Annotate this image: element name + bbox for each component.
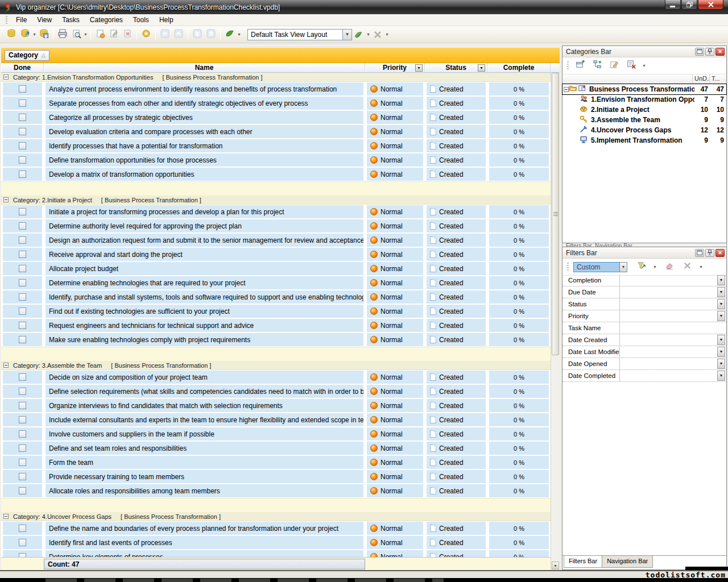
task-priority-cell[interactable]: Normal [367, 413, 423, 426]
collapse-icon[interactable] [3, 197, 9, 202]
task-done-cell[interactable] [3, 234, 42, 247]
task-complete-cell[interactable]: 0 % [489, 427, 549, 440]
category-group-row[interactable]: Category: 4.Uncover Process Gaps[ Busine… [1, 512, 551, 521]
task-complete-cell[interactable]: 0 % [489, 385, 549, 398]
task-name-cell[interactable]: Receive approval and start doing the pro… [46, 248, 363, 261]
categories-restore-icon[interactable] [695, 48, 704, 56]
task-checkbox[interactable] [19, 279, 26, 286]
task-complete-cell[interactable]: 0 % [489, 399, 549, 412]
task-priority-cell[interactable]: Normal [367, 248, 423, 261]
new-task-button[interactable] [93, 28, 107, 41]
task-done-cell[interactable] [3, 522, 42, 535]
scrollbar-down-arrow[interactable]: ▼ [552, 562, 559, 569]
save-database-button[interactable] [37, 28, 51, 41]
task-done-cell[interactable] [3, 333, 42, 346]
task-complete-cell[interactable]: 0 % [489, 82, 549, 95]
task-status-cell[interactable]: Created [427, 484, 486, 497]
close-button[interactable] [698, 0, 723, 10]
task-priority-cell[interactable]: Normal [367, 399, 423, 412]
task-status-cell[interactable]: Created [427, 550, 486, 557]
tree-item[interactable]: 2.Initiate a Project1010 [562, 105, 726, 115]
task-row[interactable]: Determine key elements of processesNorma… [1, 550, 551, 557]
apply-filter-button[interactable] [634, 260, 648, 274]
task-done-cell[interactable] [3, 536, 42, 549]
filter-field-dropdown-icon[interactable]: ▼ [717, 359, 725, 369]
task-complete-cell[interactable]: 0 % [489, 522, 549, 535]
filter-field-value[interactable] [619, 310, 717, 322]
task-row[interactable]: Allocate project budgetNormalCreated0 % [1, 261, 551, 276]
task-priority-cell[interactable]: Normal [367, 219, 423, 232]
print-preview-button[interactable] [69, 28, 83, 41]
restore-button[interactable] [681, 0, 697, 10]
task-priority-cell[interactable]: Normal [367, 427, 423, 440]
task-checkbox[interactable] [19, 388, 26, 395]
task-checkbox[interactable] [19, 539, 26, 546]
task-row[interactable]: Develop a matrix of transformation oppor… [1, 167, 551, 181]
task-checkbox[interactable] [19, 208, 26, 215]
save-layout-icon[interactable] [352, 28, 366, 41]
tree-item[interactable]: 1.Envision Transformation Opportunities7… [562, 94, 726, 105]
task-complete-cell[interactable]: 0 % [489, 550, 549, 557]
task-checkbox[interactable] [19, 444, 26, 452]
filters-close-icon[interactable]: ✕ [715, 249, 725, 257]
task-row[interactable]: Initiate a project for transforming proc… [1, 205, 551, 219]
task-done-cell[interactable] [3, 262, 42, 275]
task-done-cell[interactable] [3, 97, 42, 110]
task-row[interactable]: Organize interviews to find candidates t… [1, 398, 551, 413]
task-checkbox[interactable] [19, 222, 26, 230]
task-status-cell[interactable]: Created [427, 153, 486, 167]
task-name-cell[interactable]: Identify first and last events of proces… [46, 536, 363, 549]
task-done-cell[interactable] [3, 111, 42, 124]
task-row[interactable]: Decide on size and composition of your p… [1, 370, 551, 384]
task-complete-cell[interactable]: 0 % [489, 97, 549, 110]
column-header-name[interactable]: Name [44, 63, 365, 72]
task-checkbox[interactable] [19, 373, 26, 381]
task-status-cell[interactable]: Created [427, 427, 486, 440]
task-name-cell[interactable]: Separate processes from each other and i… [46, 97, 363, 110]
scrollbar-thumb[interactable] [552, 73, 559, 355]
task-name-cell[interactable]: Decide on size and composition of your p… [46, 371, 363, 384]
filter-preset-value[interactable]: Custom [573, 262, 620, 272]
task-row[interactable]: Develop evaluation criteria and compare … [1, 124, 551, 139]
column-header-complete[interactable]: Complete [487, 63, 551, 72]
task-priority-cell[interactable]: Normal [367, 442, 423, 455]
menu-categories[interactable]: Categories [85, 14, 128, 26]
task-done-cell[interactable] [3, 205, 42, 218]
task-checkbox[interactable] [19, 416, 26, 423]
collapse-icon[interactable] [3, 74, 9, 80]
task-checkbox[interactable] [19, 99, 26, 107]
categories-close-icon[interactable]: ✕ [715, 48, 725, 56]
filter-preset-combobox[interactable]: Custom ▼ [573, 262, 627, 272]
task-done-cell[interactable] [3, 550, 42, 557]
task-name-cell[interactable]: Allocate project budget [46, 262, 363, 275]
task-checkbox[interactable] [19, 171, 26, 178]
task-row[interactable]: Determine authority level required for a… [1, 219, 551, 233]
tree-item[interactable]: 4.Uncover Process Gaps1212 [562, 125, 726, 135]
task-complete-cell[interactable]: 0 % [489, 305, 549, 318]
task-complete-cell[interactable]: 0 % [489, 205, 549, 218]
task-row[interactable]: Identify, purchase and install systems, … [1, 290, 551, 304]
task-priority-cell[interactable]: Normal [367, 456, 423, 469]
category-group-row[interactable]: Category: 2.Initiate a Project[ Business… [1, 196, 551, 205]
filter-field-value[interactable] [619, 275, 717, 286]
task-done-cell[interactable] [3, 413, 42, 426]
task-row[interactable]: Determine enabling technologies that are… [1, 276, 551, 290]
task-status-cell[interactable]: Created [427, 276, 486, 289]
new-database-button[interactable] [5, 28, 18, 41]
tree-item[interactable]: 3.Assemble the Team99 [562, 115, 726, 125]
task-checkbox[interactable] [19, 265, 26, 272]
task-status-cell[interactable]: Created [427, 290, 486, 304]
task-row[interactable]: Identify first and last events of proces… [1, 535, 551, 550]
task-checkbox[interactable] [19, 236, 26, 244]
task-row[interactable]: Involve customers and suppliers in the t… [1, 427, 551, 441]
task-priority-cell[interactable]: Normal [367, 522, 423, 535]
toolbar-overflow-icon[interactable]: ▾ [384, 32, 390, 37]
task-row[interactable]: Form the teamNormalCreated0 % [1, 455, 551, 469]
edit-task-button[interactable] [107, 28, 121, 41]
task-complete-cell[interactable]: 0 % [489, 371, 549, 384]
task-priority-cell[interactable]: Normal [367, 82, 423, 95]
task-checkbox[interactable] [19, 293, 26, 301]
edit-category-button[interactable] [607, 59, 621, 73]
categories-pin-icon[interactable] [705, 48, 714, 56]
task-priority-cell[interactable]: Normal [367, 153, 423, 167]
